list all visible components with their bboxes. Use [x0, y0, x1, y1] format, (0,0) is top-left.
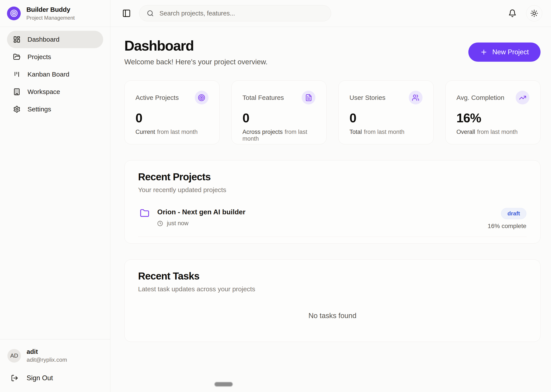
theme-toggle-button[interactable]	[526, 5, 542, 21]
recent-tasks-subtitle: Latest task updates across your projects	[138, 285, 527, 293]
sidebar-item-workspace[interactable]: Workspace	[7, 83, 103, 100]
sidebar-item-label: Projects	[28, 53, 51, 61]
trending-up-icon	[516, 91, 530, 105]
file-text-icon	[302, 91, 315, 105]
target-logo-icon	[10, 9, 18, 17]
sidebar-toggle-button[interactable]	[122, 9, 131, 18]
project-name: Orion - Next gen AI builder	[157, 208, 245, 216]
sign-out-button[interactable]: Sign Out	[7, 374, 103, 382]
stat-note: Overallfrom last month	[457, 129, 530, 135]
stat-card-avg-completion: Avg. Completion 16% Overallfrom last mon…	[445, 80, 541, 144]
stat-label: Avg. Completion	[457, 94, 505, 101]
stat-label: Active Projects	[135, 94, 179, 101]
project-status-block: draft 16% complete	[488, 208, 526, 230]
stat-note-rest: from last month	[364, 129, 404, 135]
stat-value: 0	[349, 111, 423, 125]
recent-projects-title: Recent Projects	[138, 171, 527, 183]
folder-icon	[140, 208, 149, 218]
stat-note-rest: from last month	[477, 129, 518, 135]
avatar: AD	[7, 349, 21, 363]
stat-note-strong: Total	[349, 129, 362, 135]
no-tasks-message: No tasks found	[138, 293, 527, 335]
stat-note: Currentfrom last month	[135, 129, 209, 135]
new-project-label: New Project	[492, 48, 529, 56]
sidebar-item-kanban-board[interactable]: Kanban Board	[7, 66, 103, 83]
stat-card-user-stories: User Stories 0 Totalfrom last month	[338, 80, 434, 144]
sun-icon	[530, 9, 538, 17]
stat-label: Total Features	[243, 94, 284, 101]
stat-card-total-features: Total Features 0 Across projectsfrom las…	[232, 80, 327, 144]
panel-left-icon	[122, 9, 131, 18]
sidebar-item-label: Kanban Board	[28, 71, 69, 78]
clock-icon	[157, 221, 163, 226]
users-icon	[409, 91, 423, 105]
project-meta: just now	[157, 220, 245, 227]
log-out-icon	[11, 374, 18, 382]
sidebar-item-label: Dashboard	[28, 36, 60, 43]
sidebar-item-projects[interactable]: Projects	[7, 48, 103, 66]
user-email: adit@ryplix.com	[27, 357, 67, 363]
topbar-actions	[508, 5, 542, 21]
app-branding: Builder Buddy Project Management	[0, 0, 110, 27]
stat-label: User Stories	[349, 94, 385, 101]
recent-tasks-panel: Recent Tasks Latest task updates across …	[124, 259, 541, 342]
app-name: Builder Buddy	[26, 6, 75, 13]
user-text-block: adit adit@ryplix.com	[27, 348, 67, 363]
sign-out-label: Sign Out	[27, 374, 53, 382]
new-project-button[interactable]: New Project	[468, 42, 541, 62]
sidebar-item-label: Workspace	[28, 88, 60, 96]
stat-note-rest: from last month	[157, 129, 198, 135]
sidebar-item-dashboard[interactable]: Dashboard	[7, 31, 103, 48]
stat-note-strong: Current	[135, 129, 155, 135]
user-info: AD adit adit@ryplix.com	[7, 348, 103, 363]
project-row[interactable]: Orion - Next gen AI builder just now dra…	[138, 208, 527, 237]
page-header: Dashboard Welcome back! Here's your proj…	[124, 38, 541, 66]
bell-icon	[508, 9, 516, 17]
stat-note: Across projectsfrom last month	[243, 129, 316, 142]
sidebar: Builder Buddy Project Management Dashboa…	[0, 0, 110, 392]
topbar	[110, 0, 551, 27]
dashboard-content: Dashboard Welcome back! Here's your proj…	[110, 27, 551, 392]
stat-note-strong: Across projects	[243, 129, 283, 135]
drag-handle[interactable]	[214, 382, 233, 387]
sidebar-footer: AD adit adit@ryplix.com Sign Out	[0, 339, 110, 392]
gear-icon	[13, 105, 21, 113]
page-title: Dashboard	[124, 38, 268, 54]
stat-note-strong: Overall	[457, 129, 475, 135]
stat-value: 16%	[457, 111, 530, 125]
building-icon	[13, 88, 21, 96]
page-subtitle: Welcome back! Here's your project overvi…	[124, 58, 268, 66]
sidebar-item-label: Settings	[28, 105, 51, 113]
app-logo	[7, 7, 21, 20]
layout-dashboard-icon	[13, 36, 21, 43]
main-area: Dashboard Welcome back! Here's your proj…	[110, 0, 551, 392]
sidebar-nav: Dashboard Projects Kanban Board Workspac…	[0, 27, 110, 122]
page-header-text: Dashboard Welcome back! Here's your proj…	[124, 38, 268, 66]
search-bar[interactable]	[139, 5, 331, 21]
recent-projects-subtitle: Your recently updated projects	[138, 186, 527, 194]
project-completion: 16% complete	[488, 223, 526, 230]
search-input[interactable]	[159, 10, 324, 17]
search-icon	[147, 10, 154, 17]
recent-tasks-title: Recent Tasks	[138, 270, 527, 282]
project-main: Orion - Next gen AI builder just now	[157, 208, 245, 227]
stats-grid: Active Projects 0 Currentfrom last month…	[124, 80, 541, 144]
target-icon	[195, 91, 209, 105]
status-badge: draft	[501, 208, 526, 219]
sidebar-item-settings[interactable]: Settings	[7, 100, 103, 118]
stat-card-active-projects: Active Projects 0 Currentfrom last month	[124, 80, 220, 144]
kanban-icon	[13, 71, 21, 78]
notifications-button[interactable]	[508, 9, 516, 17]
folder-open-icon	[13, 53, 21, 61]
stat-note: Totalfrom last month	[349, 129, 423, 135]
stat-value: 0	[135, 111, 209, 125]
project-updated: just now	[167, 220, 189, 227]
app-title-block: Builder Buddy Project Management	[26, 6, 75, 21]
avatar-initials: AD	[10, 352, 18, 359]
recent-projects-panel: Recent Projects Your recently updated pr…	[124, 160, 541, 244]
app-tagline: Project Management	[26, 15, 75, 21]
user-name: adit	[27, 348, 67, 355]
stat-value: 0	[243, 111, 316, 125]
plus-icon	[480, 49, 487, 56]
